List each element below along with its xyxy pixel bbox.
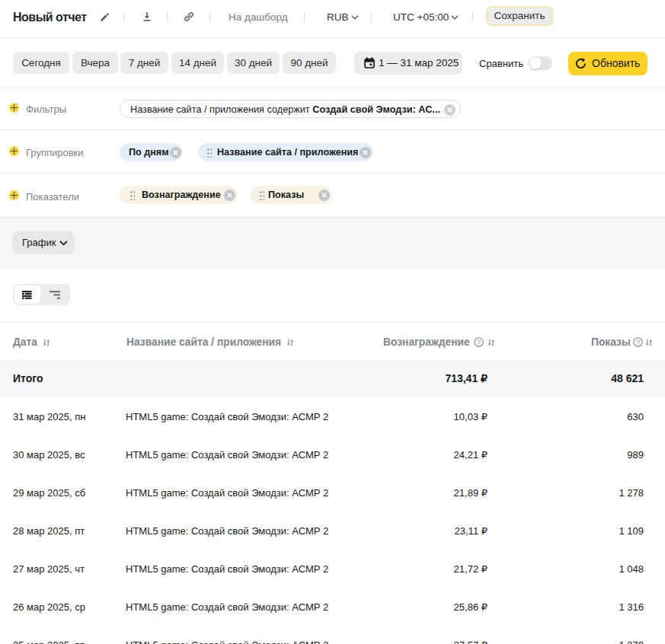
svg-text:?: ? xyxy=(477,339,481,346)
svg-text:?: ? xyxy=(636,339,640,346)
